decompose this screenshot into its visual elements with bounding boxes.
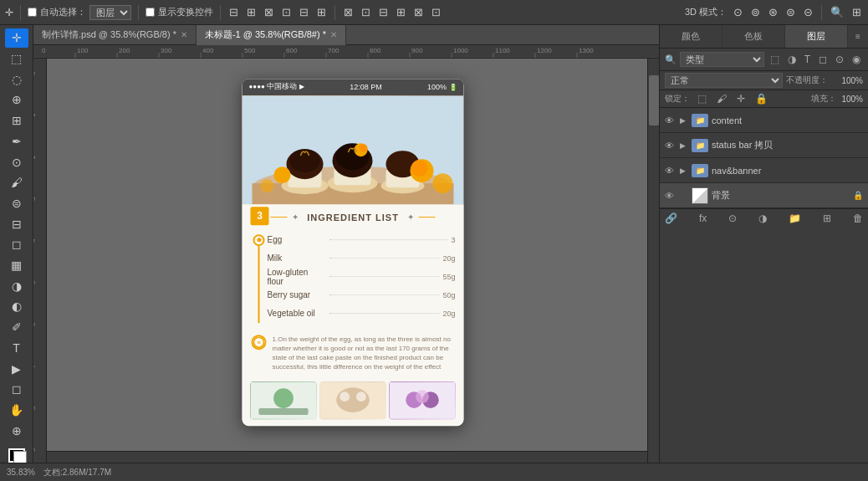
gradient-tool[interactable]: ▦	[5, 256, 28, 275]
layer-eye-content[interactable]: 👁	[665, 115, 677, 125]
new-layer-icon[interactable]: ⊞	[823, 212, 831, 224]
layer-arrow-nav[interactable]: ▶	[680, 166, 688, 175]
crop-tool[interactable]: ⊞	[5, 111, 28, 130]
filter-shape-icon[interactable]: ◻	[816, 53, 830, 66]
layer-eye-nav[interactable]: 👁	[665, 166, 677, 176]
pen-tool[interactable]: ✐	[5, 318, 28, 337]
history-tool[interactable]: ⊟	[5, 214, 28, 233]
link-layers-icon[interactable]: 🔗	[665, 212, 677, 224]
tab-file2[interactable]: 未标题-1 @ 35.8%(RGB/8#) * ✕	[197, 25, 346, 45]
marquee-tool[interactable]: ⬚	[5, 49, 28, 69]
align-center-h-icon[interactable]: ⊞	[245, 6, 258, 18]
scrollbar-horizontal[interactable]	[47, 451, 647, 463]
layer-eye-bg[interactable]: 👁	[665, 191, 677, 201]
filter-smart-icon[interactable]: ⊙	[833, 53, 846, 66]
tab2-close[interactable]: ✕	[330, 30, 337, 39]
auto-select-group: 自动选择： 图层	[28, 5, 131, 20]
brush-tool[interactable]: 🖌	[5, 173, 28, 192]
filter-adjust-icon[interactable]: ◑	[785, 53, 799, 66]
layer-arrow-bg[interactable]: ▶	[680, 192, 688, 200]
layer-item-bg[interactable]: 👁 ▶ 背景 🔒	[660, 183, 868, 208]
distribute3-icon[interactable]: ⊟	[377, 6, 390, 18]
layer-arrow-statusbar[interactable]: ▶	[680, 141, 688, 150]
align-bottom-icon[interactable]: ⊞	[315, 6, 328, 18]
layer-item-content[interactable]: 👁 ▶ 📁 content	[660, 108, 868, 133]
new-group-icon[interactable]: 📁	[789, 212, 801, 224]
notes-area: ≡ 1.On the weight of the egg, as long as…	[243, 330, 464, 379]
clone-tool[interactable]: ⊜	[5, 194, 28, 213]
lock-transparency-icon[interactable]: ⬚	[695, 92, 709, 105]
blend-mode-select[interactable]: 正常	[665, 73, 783, 88]
show-transform-checkbox[interactable]	[146, 8, 155, 17]
panel-tab-layers[interactable]: 图层	[785, 25, 848, 48]
lasso-tool[interactable]: ◌	[5, 69, 28, 89]
tab-swatches-label: 色板	[744, 30, 763, 43]
scrollbar-v-thumb[interactable]	[649, 75, 659, 125]
quick-select-tool[interactable]: ⊕	[5, 90, 28, 110]
panel-tab-color[interactable]: 颜色	[660, 25, 722, 48]
add-mask-icon[interactable]: ⊙	[728, 212, 737, 224]
panel-tab-swatches[interactable]: 色板	[722, 25, 785, 48]
distribute2-icon[interactable]: ⊡	[360, 6, 372, 18]
3d-icon1[interactable]: ⊙	[732, 6, 744, 18]
new-adjustment-icon[interactable]: ◑	[758, 212, 767, 224]
layer-lock-bg: 🔒	[853, 191, 863, 200]
panel-menu-btn[interactable]: ≡	[848, 25, 868, 48]
3d-icon5[interactable]: ⊝	[802, 6, 814, 18]
distribute5-icon[interactable]: ⊠	[412, 6, 425, 18]
tab1-close[interactable]: ✕	[181, 30, 187, 39]
eyedropper-tool[interactable]: ✒	[5, 132, 28, 151]
auto-select-checkbox[interactable]	[28, 8, 37, 17]
move-tool-icon[interactable]: ✛	[5, 7, 13, 18]
scrollbar-vertical[interactable]	[647, 59, 659, 463]
opacity-value: 100%	[830, 76, 863, 85]
svg-text:5: 5	[33, 280, 37, 284]
move-tool[interactable]: ✛	[5, 28, 28, 48]
eraser-tool[interactable]: ◻	[5, 235, 28, 254]
healing-tool[interactable]: ⊙	[5, 152, 28, 171]
delete-layer-icon[interactable]: 🗑	[853, 212, 863, 224]
lock-pixels-icon[interactable]: 🖌	[714, 92, 729, 105]
workspace-icon[interactable]: ⊞	[850, 6, 863, 18]
lock-position-icon[interactable]: ✛	[734, 92, 748, 105]
svg-text:600: 600	[286, 47, 298, 54]
align-right-icon[interactable]: ⊠	[263, 6, 275, 18]
svg-point-67	[340, 392, 350, 402]
align-top-icon[interactable]: ⊡	[280, 6, 293, 18]
align-left-icon[interactable]: ⊟	[227, 6, 240, 18]
qty-oil: 20g	[442, 310, 455, 318]
svg-text:100: 100	[77, 47, 89, 54]
tab-file1[interactable]: 制作详情.psd @ 35.8%(RGB/8) * ✕	[33, 25, 197, 45]
hand-tool[interactable]: ✋	[5, 401, 28, 420]
type-tool[interactable]: T	[5, 339, 28, 358]
layers-list: 👁 ▶ 📁 content 👁 ▶ 📁 status bar 拷贝 👁 ▶	[660, 108, 868, 208]
filter-toggle[interactable]: ◉	[850, 53, 863, 66]
layer-eye-statusbar[interactable]: 👁	[665, 141, 677, 151]
3d-icon4[interactable]: ⊜	[784, 6, 797, 18]
foreground-color[interactable]	[8, 448, 25, 463]
filter-type-icon[interactable]: T	[802, 53, 813, 66]
layer-item-nav[interactable]: 👁 ▶ 📁 nav&banner	[660, 158, 868, 183]
3d-icon2[interactable]: ⊚	[749, 6, 762, 18]
distribute4-icon[interactable]: ⊞	[395, 6, 407, 18]
dodge-tool[interactable]: ◐	[5, 297, 28, 316]
layer-arrow-content[interactable]: ▶	[680, 116, 688, 125]
path-select-tool[interactable]: ▶	[5, 359, 28, 378]
3d-icon3[interactable]: ⊛	[767, 6, 779, 18]
distribute-icon[interactable]: ⊠	[342, 6, 355, 18]
svg-text:800: 800	[370, 47, 381, 54]
align-center-v-icon[interactable]: ⊟	[298, 6, 310, 18]
shape-tool[interactable]: ◻	[5, 380, 28, 399]
layer-type-select[interactable]: 类型	[680, 52, 764, 67]
blur-tool[interactable]: ◑	[5, 276, 28, 295]
layer-select[interactable]: 图层	[89, 5, 131, 20]
svg-text:1000: 1000	[453, 47, 468, 54]
add-style-icon[interactable]: fx	[699, 212, 707, 224]
distribute6-icon[interactable]: ⊡	[430, 6, 442, 18]
lock-all-icon[interactable]: 🔒	[753, 92, 770, 105]
search-icon[interactable]: 🔍	[829, 6, 845, 18]
layer-item-statusbar[interactable]: 👁 ▶ 📁 status bar 拷贝	[660, 133, 868, 158]
filter-pixel-icon[interactable]: ⬚	[768, 53, 782, 66]
zoom-tool[interactable]: ⊕	[5, 421, 28, 440]
ingredient-name-egg: Egg	[268, 235, 326, 244]
